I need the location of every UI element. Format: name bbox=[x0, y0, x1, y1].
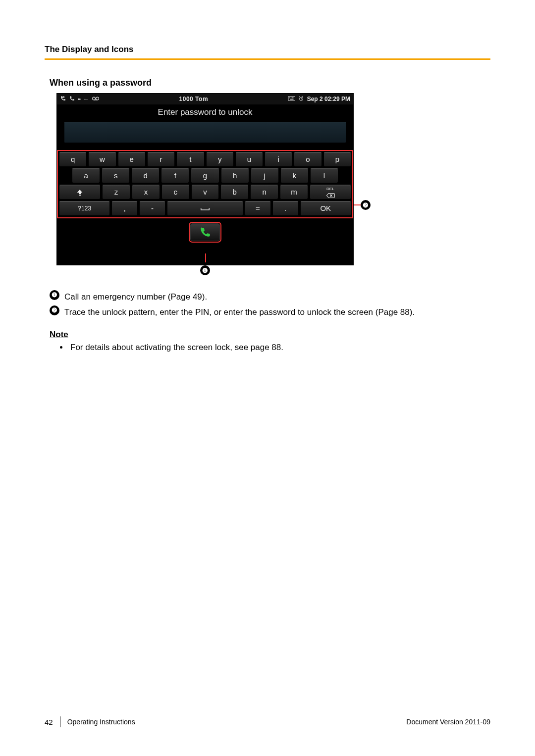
status-datetime: Sep 2 02:29 PM bbox=[307, 96, 350, 102]
svg-rect-8 bbox=[290, 99, 293, 100]
legend-badge-1: ❶ bbox=[50, 290, 59, 300]
key-d[interactable]: d bbox=[131, 168, 160, 183]
key-equals[interactable]: = bbox=[245, 201, 271, 216]
key-ok[interactable]: OK bbox=[300, 201, 351, 216]
dots-icon: •• bbox=[78, 97, 80, 102]
key-period[interactable]: . bbox=[272, 201, 299, 216]
callout-marker-2: ❷ bbox=[361, 200, 371, 210]
key-comma[interactable]: , bbox=[111, 201, 138, 216]
key-l[interactable]: l bbox=[310, 168, 338, 183]
figure-password-screen: •• ← 1000 Tom Sep 2 02:29 PM bbox=[56, 93, 374, 275]
status-left-icons: •• ← bbox=[60, 96, 99, 103]
key-f[interactable]: f bbox=[161, 168, 189, 183]
footer-page-number: 42 bbox=[45, 718, 53, 726]
key-n[interactable]: n bbox=[250, 185, 278, 200]
callout-marker-1: ❶ bbox=[200, 265, 210, 275]
onscreen-keyboard: q w e r t y u i o p a s d f g h bbox=[57, 150, 353, 218]
key-z[interactable]: z bbox=[102, 185, 130, 200]
key-delete-label: DEL bbox=[310, 186, 351, 192]
key-dash[interactable]: - bbox=[139, 201, 165, 216]
svg-rect-14 bbox=[79, 195, 81, 196]
arrow-left-icon: ← bbox=[83, 96, 89, 102]
keyboard-row-4: ?123 , - = . OK bbox=[59, 201, 351, 216]
key-x[interactable]: x bbox=[132, 185, 160, 200]
note-item: For details about activating the screen … bbox=[68, 343, 490, 353]
footer-divider bbox=[60, 716, 60, 727]
status-ext-user: 1000 Tom bbox=[99, 96, 288, 102]
key-space[interactable] bbox=[167, 201, 243, 216]
svg-rect-4 bbox=[289, 98, 290, 98]
key-w[interactable]: w bbox=[88, 152, 116, 167]
key-t[interactable]: t bbox=[176, 152, 204, 167]
key-symbols[interactable]: ?123 bbox=[59, 201, 110, 216]
key-c[interactable]: c bbox=[161, 185, 190, 200]
key-shift[interactable] bbox=[59, 185, 101, 200]
key-p[interactable]: p bbox=[323, 152, 351, 167]
callout-legend: ❶ Call an emergency number (Page 49). ❷ … bbox=[50, 290, 490, 319]
legend-text-1: Call an emergency number (Page 49). bbox=[64, 290, 207, 303]
svg-rect-5 bbox=[291, 98, 291, 98]
phone-screen: •• ← 1000 Tom Sep 2 02:29 PM bbox=[56, 93, 354, 265]
footer-title: Operating Instructions bbox=[67, 718, 135, 726]
phone-forward-icon bbox=[60, 96, 66, 103]
alarm-icon bbox=[298, 96, 304, 103]
svg-line-13 bbox=[302, 96, 303, 97]
emergency-call-button[interactable] bbox=[190, 223, 220, 241]
svg-line-12 bbox=[299, 96, 300, 97]
legend-item-2: ❷ Trace the unlock pattern, enter the PI… bbox=[50, 305, 490, 319]
svg-point-1 bbox=[96, 97, 99, 100]
svg-line-11 bbox=[301, 99, 302, 99]
key-s[interactable]: s bbox=[102, 168, 130, 183]
svg-rect-7 bbox=[293, 98, 294, 98]
keyboard-row-3: z x c v b n m DEL bbox=[59, 185, 351, 200]
key-j[interactable]: j bbox=[251, 168, 279, 183]
svg-rect-3 bbox=[288, 97, 295, 101]
note-list: For details about activating the screen … bbox=[68, 343, 490, 353]
key-y[interactable]: y bbox=[206, 152, 234, 167]
callout-2-line bbox=[354, 204, 361, 205]
keyboard-row-2: a s d f g h j k l bbox=[59, 168, 351, 183]
key-g[interactable]: g bbox=[191, 168, 219, 183]
key-v[interactable]: v bbox=[191, 185, 219, 200]
key-a[interactable]: a bbox=[72, 168, 100, 183]
key-o[interactable]: o bbox=[294, 152, 321, 167]
key-k[interactable]: k bbox=[280, 168, 309, 183]
keyboard-icon bbox=[288, 96, 295, 102]
legend-item-1: ❶ Call an emergency number (Page 49). bbox=[50, 290, 490, 303]
key-i[interactable]: i bbox=[265, 152, 292, 167]
footer-doc-version: Document Version 2011-09 bbox=[406, 718, 490, 726]
key-m[interactable]: m bbox=[280, 185, 308, 200]
status-bar: •• ← 1000 Tom Sep 2 02:29 PM bbox=[57, 94, 353, 104]
voicemail-icon bbox=[92, 96, 99, 102]
key-h[interactable]: h bbox=[221, 168, 249, 183]
unlock-prompt: Enter password to unlock bbox=[57, 104, 353, 121]
key-b[interactable]: b bbox=[220, 185, 249, 200]
key-u[interactable]: u bbox=[235, 152, 263, 167]
key-delete[interactable]: DEL bbox=[310, 185, 351, 200]
key-q[interactable]: q bbox=[59, 152, 87, 167]
legend-text-2: Trace the unlock pattern, enter the PIN,… bbox=[64, 305, 415, 319]
password-input[interactable] bbox=[64, 121, 346, 143]
key-r[interactable]: r bbox=[147, 152, 175, 167]
handset-icon bbox=[69, 96, 75, 103]
svg-rect-6 bbox=[292, 98, 292, 98]
key-e[interactable]: e bbox=[118, 152, 146, 167]
legend-badge-2: ❷ bbox=[50, 305, 59, 315]
note-heading: Note bbox=[50, 330, 490, 340]
status-right: Sep 2 02:29 PM bbox=[288, 96, 350, 103]
keyboard-row-1: q w e r t y u i o p bbox=[59, 152, 351, 167]
svg-point-0 bbox=[93, 97, 96, 100]
bottom-strip bbox=[57, 218, 353, 244]
page-footer: 42 Operating Instructions Document Versi… bbox=[45, 716, 490, 727]
callout-1-line bbox=[205, 253, 206, 262]
section-header: The Display and Icons bbox=[45, 45, 490, 60]
subheading-password: When using a password bbox=[50, 78, 490, 88]
